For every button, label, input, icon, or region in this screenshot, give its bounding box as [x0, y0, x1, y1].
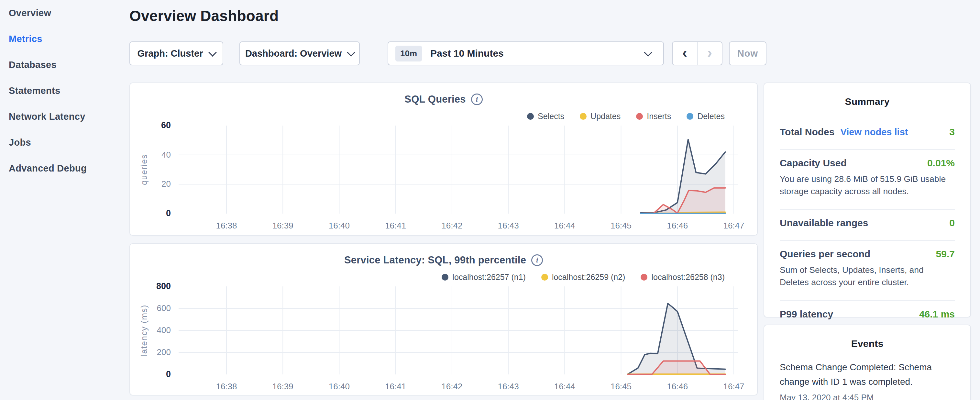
summary-label: Capacity Used — [780, 158, 847, 169]
overview-dashboard-page: { "sidebar": { "items": [ {"label": "Ove… — [0, 0, 980, 400]
chart-legend: localhost:26257 (n1)localhost:26259 (n2)… — [442, 273, 725, 282]
x-tick-label: 16:44 — [545, 382, 584, 392]
legend-item-updates[interactable]: Updates — [580, 112, 620, 121]
page-title: Overview Dashboard — [129, 7, 278, 25]
graph-scope-label: Graph: Cluster — [137, 48, 203, 59]
legend-dot-icon — [442, 274, 449, 280]
event-list-item[interactable]: Schema Change Completed: Schema change w… — [780, 360, 955, 400]
time-range-selector[interactable]: 10m Past 10 Minutes — [388, 41, 664, 65]
x-tick-label: 16:47 — [714, 382, 753, 392]
view-nodes-list-link[interactable]: View nodes list — [840, 127, 908, 137]
legend-label: localhost:26259 (n2) — [552, 273, 625, 282]
info-icon[interactable]: i — [531, 254, 543, 266]
event-text: Schema Change Completed: Schema change w… — [780, 360, 955, 389]
y-tick-label: 0 — [130, 369, 171, 379]
legend-dot-icon — [580, 113, 587, 120]
chart-plot-area[interactable] — [178, 126, 738, 214]
sidebar-item-jobs[interactable]: Jobs — [0, 129, 129, 155]
y-tick-label: 600 — [130, 303, 171, 313]
chevron-down-icon — [644, 48, 652, 56]
legend-item-selects[interactable]: Selects — [527, 112, 564, 121]
legend-item-inserts[interactable]: Inserts — [636, 112, 671, 121]
sidebar-item-advanced-debug[interactable]: Advanced Debug — [0, 155, 129, 181]
chart-plot-area[interactable] — [178, 287, 738, 375]
summary-label: Unavailable ranges — [780, 217, 868, 228]
legend-label: Updates — [590, 112, 620, 121]
legend-dot-icon — [641, 274, 648, 280]
sidebar-item-statements[interactable]: Statements — [0, 78, 129, 104]
summary-label: Total Nodes — [780, 126, 834, 137]
chart-title: Service Latency: SQL, 99th percentile — [344, 254, 526, 266]
legend-label: localhost:26257 (n1) — [452, 273, 526, 282]
summary-label: P99 latency — [780, 309, 833, 320]
summary-description: Sum of Selects, Updates, Inserts, and De… — [780, 264, 955, 288]
x-tick-label: 16:44 — [545, 221, 584, 231]
chevron-down-icon — [347, 48, 355, 56]
sidebar-item-overview[interactable]: Overview — [0, 0, 129, 26]
summary-value: 46.1 ms — [919, 309, 955, 320]
y-axis-title: queries — [138, 126, 150, 214]
y-tick-label: 60 — [130, 120, 171, 131]
legend-item-localhost-26258-n3-[interactable]: localhost:26258 (n3) — [641, 273, 725, 282]
legend-item-localhost-26257-n1-[interactable]: localhost:26257 (n1) — [442, 273, 526, 282]
summary-label: Queries per second — [780, 249, 870, 260]
chart-title: SQL Queries — [404, 94, 466, 105]
summary-value: 59.7 — [936, 249, 955, 260]
summary-row-capacity-used: Capacity Used 0.01% You are using 28.6 M… — [780, 150, 955, 210]
y-tick-label: 40 — [130, 150, 171, 160]
legend-item-localhost-26259-n2-[interactable]: localhost:26259 (n2) — [541, 273, 625, 282]
summary-row-total-nodes: Total Nodes View nodes list 3 — [780, 119, 955, 150]
legend-label: Selects — [538, 112, 564, 121]
legend-item-deletes[interactable]: Deletes — [687, 112, 725, 121]
controls-divider — [374, 42, 374, 65]
legend-label: localhost:26258 (n3) — [651, 273, 725, 282]
y-tick-label: 20 — [130, 179, 171, 189]
event-timestamp: May 13, 2020 at 4:45 PM — [780, 392, 955, 400]
summary-value: 0 — [949, 217, 955, 228]
events-title: Events — [764, 325, 970, 349]
dashboard-label: Dashboard: Overview — [245, 48, 342, 59]
controls-bar: Graph: Cluster Dashboard: Overview 10m P… — [129, 41, 776, 65]
sidebar-item-metrics[interactable]: Metrics — [0, 26, 129, 52]
sidebar-item-network-latency[interactable]: Network Latency — [0, 104, 129, 129]
x-tick-label: 16:40 — [320, 221, 358, 231]
sql-queries-chart-card: SQL Queries i SelectsUpdatesInsertsDelet… — [129, 83, 758, 236]
time-pager: ‹ › — [672, 41, 722, 65]
y-tick-label: 400 — [130, 325, 171, 335]
time-next-button[interactable]: › — [698, 42, 722, 65]
now-button[interactable]: Now — [729, 41, 767, 65]
legend-dot-icon — [527, 113, 534, 120]
time-range-badge: 10m — [395, 46, 422, 62]
x-tick-label: 16:43 — [489, 382, 528, 392]
legend-dot-icon — [541, 274, 548, 280]
sidebar-item-databases[interactable]: Databases — [0, 52, 129, 78]
summary-panel: Summary Total Nodes View nodes list 3 Ca… — [764, 83, 971, 317]
y-tick-label: 0 — [130, 209, 171, 218]
x-tick-label: 16:41 — [376, 221, 415, 231]
x-tick-label: 16:46 — [658, 221, 697, 231]
summary-value: 0.01% — [927, 158, 955, 169]
time-range-label: Past 10 Minutes — [430, 48, 645, 59]
x-tick-label: 16:39 — [263, 382, 302, 392]
time-prev-button[interactable]: ‹ — [673, 42, 698, 65]
x-tick-label: 16:41 — [376, 382, 415, 392]
events-panel: Events Schema Change Completed: Schema c… — [764, 325, 971, 400]
x-tick-label: 16:39 — [263, 221, 302, 231]
info-icon[interactable]: i — [471, 94, 483, 105]
legend-label: Inserts — [647, 112, 671, 121]
x-tick-label: 16:38 — [207, 221, 246, 231]
dashboard-dropdown[interactable]: Dashboard: Overview — [239, 41, 360, 65]
y-tick-label: 800 — [130, 281, 171, 291]
summary-row-unavailable-ranges: Unavailable ranges 0 — [780, 210, 955, 241]
chevron-down-icon — [208, 48, 216, 56]
x-tick-label: 16:46 — [658, 382, 697, 392]
sidebar-nav: Overview Metrics Databases Statements Ne… — [0, 0, 129, 400]
x-tick-label: 16:42 — [433, 382, 471, 392]
graph-scope-dropdown[interactable]: Graph: Cluster — [129, 41, 223, 65]
x-tick-label: 16:43 — [489, 221, 528, 231]
x-tick-label: 16:45 — [602, 221, 641, 231]
x-tick-label: 16:45 — [602, 382, 641, 392]
summary-title: Summary — [764, 83, 970, 107]
chart-legend: SelectsUpdatesInsertsDeletes — [527, 112, 725, 121]
x-tick-label: 16:42 — [433, 221, 471, 231]
